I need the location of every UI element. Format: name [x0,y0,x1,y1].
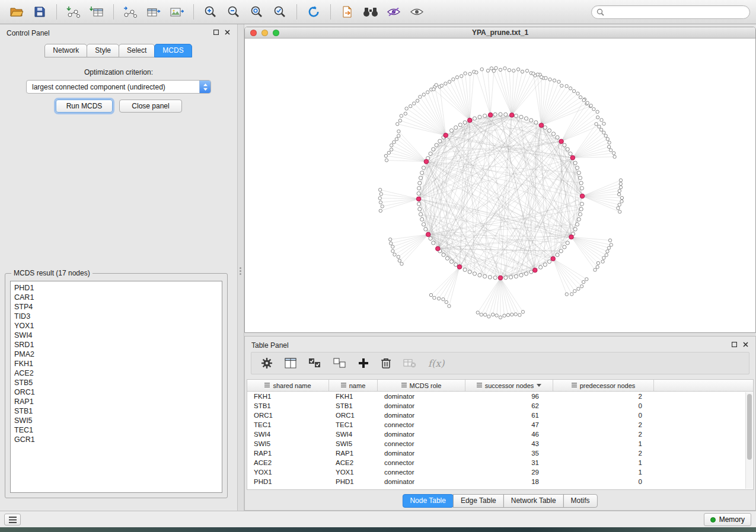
network-node[interactable] [400,114,403,117]
network-hub-node[interactable] [426,232,430,237]
network-node[interactable] [417,187,421,190]
window-zoom-button[interactable] [273,30,279,36]
network-node[interactable] [391,249,394,252]
mcds-result-item[interactable]: GCR1 [11,435,222,444]
network-hub-node[interactable] [416,197,421,201]
mcds-result-item[interactable]: RAP1 [11,397,222,406]
delete-column-button[interactable] [381,357,391,369]
network-node[interactable] [596,265,599,268]
network-node[interactable] [409,105,412,108]
open-file-button[interactable] [6,2,27,21]
network-node[interactable] [544,76,547,79]
network-hub-node[interactable] [457,265,462,270]
network-node[interactable] [445,300,448,303]
network-node[interactable] [432,88,435,91]
tab-select[interactable]: Select [119,44,155,57]
network-node[interactable] [618,190,621,193]
close-panel-icon[interactable] [743,342,748,347]
network-node[interactable] [426,91,429,94]
tab-style[interactable]: Style [87,44,119,57]
network-node[interactable] [539,265,543,269]
network-node[interactable] [418,207,422,211]
network-node[interactable] [600,118,603,121]
network-node[interactable] [521,310,524,313]
window-minimize-button[interactable] [261,30,268,36]
vertical-splitter[interactable] [237,24,244,511]
network-node[interactable] [448,80,451,83]
network-node[interactable] [478,115,481,118]
network-node[interactable] [478,273,481,277]
network-node[interactable] [417,202,421,206]
function-builder-button[interactable]: f(x) [428,358,444,369]
network-node[interactable] [589,104,592,107]
network-node[interactable] [419,176,422,180]
table-row[interactable]: SWI5SWI5connector431 [247,439,753,448]
tab-node-table[interactable]: Node Table [402,494,454,508]
network-node[interactable] [606,137,609,140]
mcds-result-item[interactable]: SRD1 [11,340,222,350]
network-node[interactable] [511,313,513,316]
float-panel-icon[interactable] [732,342,737,347]
network-node[interactable] [503,67,506,70]
network-hub-node[interactable] [498,275,503,280]
network-node[interactable] [566,148,569,151]
network-node[interactable] [543,126,547,129]
network-node[interactable] [379,209,382,212]
table-row[interactable]: ACE2ACE2connector311 [247,458,753,467]
network-node[interactable] [422,223,425,226]
network-node[interactable] [606,250,609,253]
network-node[interactable] [475,71,478,74]
network-node[interactable] [449,260,453,264]
network-node[interactable] [480,313,483,316]
copy-document-button[interactable] [337,2,358,21]
network-node[interactable] [617,193,620,196]
column-header-predecessor-nodes[interactable]: predecessor nodes [553,380,654,392]
zoom-in-button[interactable] [200,2,221,21]
network-node[interactable] [580,187,583,190]
create-column-button[interactable] [358,358,369,368]
column-header-successor-nodes[interactable]: successor nodes [465,380,553,392]
network-node[interactable] [454,126,458,129]
network-canvas[interactable] [245,39,755,332]
network-node[interactable] [504,276,508,280]
network-node[interactable] [420,171,424,175]
network-node[interactable] [396,123,399,126]
network-node[interactable] [493,113,497,116]
network-node[interactable] [493,276,497,280]
network-node[interactable] [398,119,401,122]
network-hub-node[interactable] [580,194,585,198]
network-node[interactable] [484,313,487,316]
mcds-result-item[interactable]: ORC1 [11,387,222,397]
network-node[interactable] [602,131,605,134]
network-node[interactable] [419,213,422,216]
column-header-mcds-role[interactable]: MCDS role [378,380,465,392]
network-node[interactable] [476,311,479,314]
network-hub-node[interactable] [468,118,473,123]
network-node[interactable] [432,148,435,151]
close-panel-icon[interactable] [225,30,230,35]
network-node[interactable] [435,143,438,147]
network-node[interactable] [540,76,543,79]
network-hub-node[interactable] [509,113,514,118]
network-node[interactable] [613,155,616,158]
network-node[interactable] [483,274,487,278]
network-node[interactable] [463,121,467,124]
network-node[interactable] [473,272,476,275]
network-hub-node[interactable] [569,235,574,239]
network-node[interactable] [492,69,495,72]
network-node[interactable] [514,114,518,117]
network-node[interactable] [566,241,569,245]
run-mcds-button[interactable]: Run MCDS [56,100,113,113]
network-node[interactable] [577,171,580,175]
network-node[interactable] [518,313,521,316]
network-node[interactable] [578,176,582,180]
network-node[interactable] [429,236,432,240]
tab-mcds[interactable]: MCDS [154,44,192,57]
network-node[interactable] [460,75,463,78]
network-node[interactable] [448,305,451,307]
network-node[interactable] [499,113,502,116]
network-node[interactable] [449,129,453,132]
network-node[interactable] [417,192,420,196]
network-node[interactable] [578,213,582,216]
network-node[interactable] [620,200,623,203]
